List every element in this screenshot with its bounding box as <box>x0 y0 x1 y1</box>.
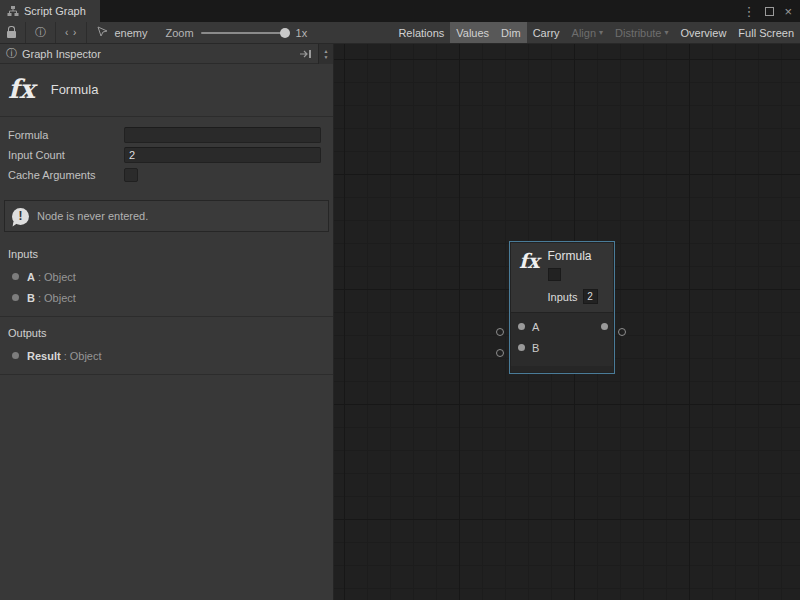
fullscreen-button[interactable]: Full Screen <box>732 22 800 43</box>
input-port-icon[interactable] <box>518 344 525 351</box>
zoom-control: Zoom 1x <box>157 27 315 39</box>
input-port-icon[interactable] <box>518 323 525 330</box>
outer-input-port-b-icon[interactable] <box>496 349 504 357</box>
info-toggle-icon[interactable]: ⓘ <box>28 22 53 43</box>
formula-field-row: Formula <box>0 125 333 145</box>
unit-fields: Formula Input Count Cache Arguments <box>0 117 333 187</box>
lock-icon[interactable] <box>0 22 23 43</box>
divider <box>0 374 333 375</box>
node-port-b[interactable]: B <box>511 337 613 358</box>
dim-button[interactable]: Dim <box>495 22 527 43</box>
port-dot-icon <box>12 273 19 280</box>
input-count-field-row: Input Count <box>0 145 333 165</box>
panel-stepper[interactable]: ▲ ▼ <box>318 44 333 64</box>
chevron-down-icon: ▾ <box>665 28 669 37</box>
cache-arguments-label: Cache Arguments <box>8 169 124 181</box>
maximize-icon[interactable] <box>765 7 774 16</box>
graph-toolbar: ⓘ ‹ › enemy Zoom 1x Relations Values Dim… <box>0 22 800 44</box>
outer-input-port-a-icon[interactable] <box>496 328 504 336</box>
node-footer <box>511 366 613 372</box>
title-bar: Script Graph ⋮ × <box>0 0 800 22</box>
overview-button[interactable]: Overview <box>675 22 733 43</box>
formula-node[interactable]: fx Formula Inputs 2 A <box>510 242 614 373</box>
input-port-item: A : Object <box>0 266 333 287</box>
outer-output-port-icon[interactable] <box>618 328 626 336</box>
stepper-down-icon[interactable]: ▼ <box>324 54 329 60</box>
fx-icon: fx <box>519 251 540 304</box>
graph-canvas[interactable]: fx Formula Inputs 2 A <box>334 44 800 600</box>
input-count-input[interactable] <box>124 147 321 163</box>
cache-arguments-checkbox[interactable] <box>124 168 138 182</box>
align-dropdown[interactable]: Align▾ <box>566 22 609 43</box>
values-button[interactable]: Values <box>450 22 495 43</box>
port-dot-icon <box>12 294 19 301</box>
zoom-label: Zoom <box>165 27 193 39</box>
outputs-section-title: Outputs <box>0 317 333 345</box>
carry-button[interactable]: Carry <box>527 22 566 43</box>
chevron-down-icon: ▾ <box>599 28 603 37</box>
formula-node-header[interactable]: fx Formula Inputs 2 <box>511 243 613 312</box>
distribute-dropdown[interactable]: Distribute▾ <box>609 22 674 43</box>
node-formula-field[interactable] <box>548 268 561 281</box>
window-menu-icon[interactable]: ⋮ <box>742 5 755 18</box>
dock-panel-icon[interactable] <box>293 49 318 59</box>
zoom-slider-thumb[interactable] <box>280 28 290 38</box>
output-port-icon[interactable] <box>601 323 608 330</box>
inspector-title: Graph Inspector <box>22 48 101 60</box>
toolbar-separator <box>25 22 26 43</box>
unit-title: Formula <box>51 82 99 97</box>
port-dot-icon <box>12 352 19 359</box>
node-title: Formula <box>548 249 598 263</box>
output-port-item: Result : Object <box>0 345 333 366</box>
warning-box: ! Node is never entered. <box>4 200 329 232</box>
toolbar-separator <box>86 22 87 43</box>
cache-arguments-row: Cache Arguments <box>0 165 333 185</box>
code-view-icon[interactable]: ‹ › <box>58 22 84 43</box>
graph-name: enemy <box>114 27 147 39</box>
toolbar-separator <box>55 22 56 43</box>
tab-script-graph[interactable]: Script Graph <box>0 0 100 22</box>
tab-label: Script Graph <box>24 5 86 17</box>
script-graph-icon <box>7 5 19 17</box>
zoom-slider[interactable] <box>201 32 289 34</box>
inputs-section-title: Inputs <box>0 238 333 266</box>
window-controls: ⋮ × <box>742 0 800 22</box>
unit-header: fx Formula <box>0 64 333 116</box>
formula-field-label: Formula <box>8 129 124 141</box>
script-graph-window: Script Graph ⋮ × ⓘ ‹ › enemy Zoom <box>0 0 800 600</box>
node-input-count-field[interactable]: 2 <box>583 289 598 304</box>
info-icon: ⓘ <box>6 46 17 61</box>
close-icon[interactable]: × <box>784 5 792 18</box>
graph-breadcrumb[interactable]: enemy <box>89 26 157 39</box>
formula-input[interactable] <box>124 127 321 143</box>
input-count-label: Input Count <box>8 149 124 161</box>
node-inputs-label: Inputs <box>548 291 578 303</box>
node-ports: A B <box>511 313 613 366</box>
formula-fx-icon: fx <box>8 76 35 102</box>
relations-button[interactable]: Relations <box>392 22 450 43</box>
warning-icon: ! <box>12 208 29 225</box>
zoom-value: 1x <box>296 27 308 39</box>
titlebar-spacer <box>100 0 743 22</box>
input-port-item: B : Object <box>0 287 333 308</box>
graph-inspector-panel: ⓘ Graph Inspector ▲ ▼ fx Formula <box>0 44 334 600</box>
warning-text: Node is never entered. <box>37 210 148 222</box>
graph-asset-icon <box>97 26 109 39</box>
node-port-a[interactable]: A <box>511 316 613 337</box>
inspector-header: ⓘ Graph Inspector ▲ ▼ <box>0 44 333 64</box>
